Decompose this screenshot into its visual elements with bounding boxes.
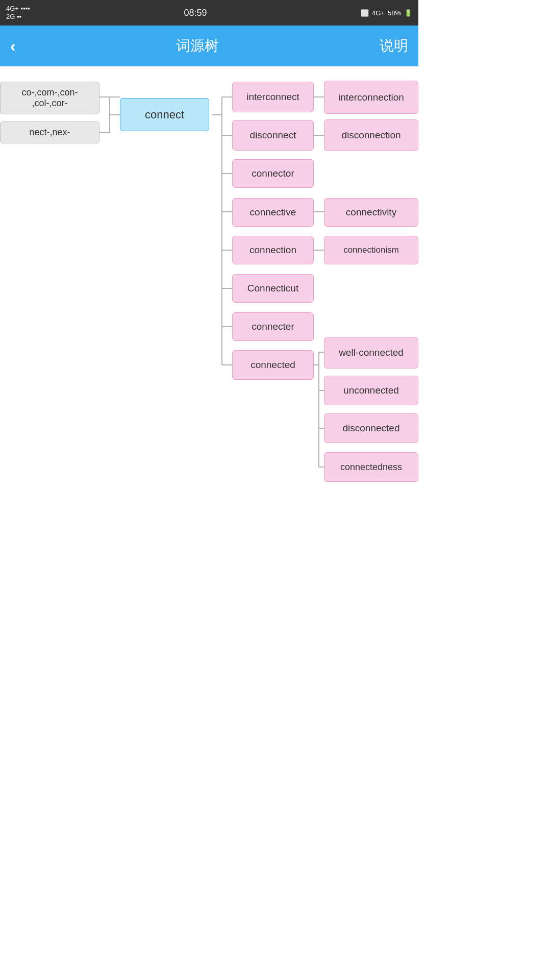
action-button[interactable]: 说明 bbox=[380, 36, 408, 56]
nav-bar: ‹ 词源树 说明 bbox=[0, 26, 418, 66]
node-connecticut[interactable]: Connecticut bbox=[232, 274, 314, 303]
screen-icon: ⬜ bbox=[361, 9, 369, 17]
network-right: 4G+ bbox=[372, 9, 385, 17]
tree-container: co-,com-,con- ,col-,cor- nect-,nex- conn… bbox=[0, 66, 418, 536]
node-connective[interactable]: connective bbox=[232, 198, 314, 227]
root-node[interactable]: connect bbox=[120, 98, 209, 131]
node-connector[interactable]: connector bbox=[232, 159, 314, 188]
node-connection[interactable]: connection bbox=[232, 236, 314, 264]
node-connectivity[interactable]: connectivity bbox=[324, 198, 418, 227]
back-button[interactable]: ‹ bbox=[10, 37, 16, 56]
battery-percent: 58% bbox=[388, 9, 401, 17]
page-title: 词源树 bbox=[176, 36, 219, 56]
status-bar: 4G+ ▪▪▪▪ 2G ▪▪ 08:59 ⬜ 4G+ 58% 🔋 bbox=[0, 0, 418, 26]
node-interconnection[interactable]: interconnection bbox=[324, 81, 418, 114]
node-connecter[interactable]: connecter bbox=[232, 312, 314, 341]
node-connectedness[interactable]: connectedness bbox=[324, 452, 418, 482]
node-disconnected[interactable]: disconnected bbox=[324, 413, 418, 443]
node-unconnected[interactable]: unconnected bbox=[324, 376, 418, 405]
node-well-connected[interactable]: well-connected bbox=[324, 337, 418, 369]
network-2g: 2G ▪▪ bbox=[6, 13, 30, 21]
status-right: ⬜ 4G+ 58% 🔋 bbox=[361, 9, 412, 17]
node-connectionism[interactable]: connectionism bbox=[324, 236, 418, 264]
node-connected[interactable]: connected bbox=[232, 350, 314, 380]
clock: 08:59 bbox=[184, 8, 207, 18]
node-disconnection[interactable]: disconnection bbox=[324, 119, 418, 151]
network-4g: 4G+ ▪▪▪▪ bbox=[6, 5, 30, 13]
battery-icon: 🔋 bbox=[404, 9, 412, 17]
node-disconnect[interactable]: disconnect bbox=[232, 120, 314, 151]
prefix-node-2[interactable]: nect-,nex- bbox=[0, 121, 99, 143]
prefix-node-1[interactable]: co-,com-,con- ,col-,cor- bbox=[0, 82, 99, 114]
node-interconnect[interactable]: interconnect bbox=[232, 82, 314, 112]
signal-info: 4G+ ▪▪▪▪ 2G ▪▪ bbox=[6, 5, 30, 20]
